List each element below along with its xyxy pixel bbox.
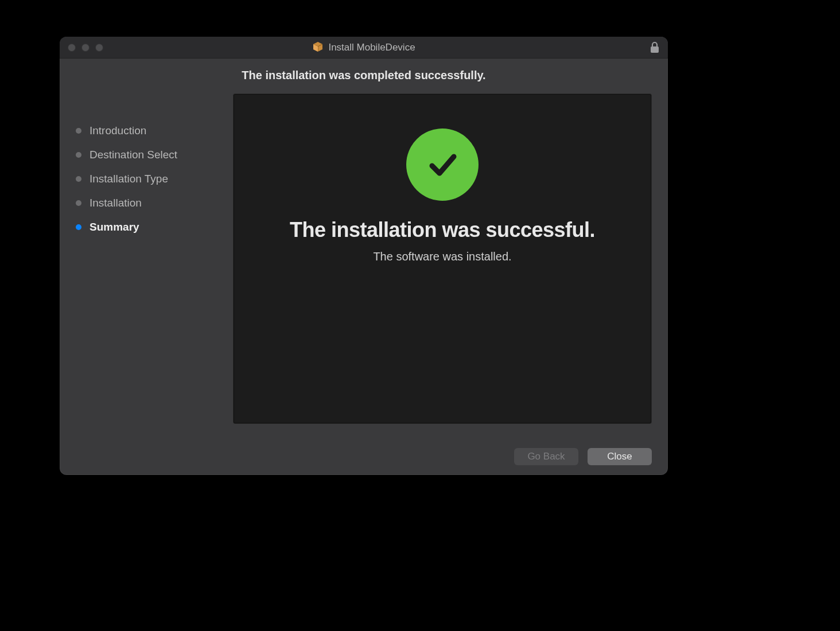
- step-label: Summary: [90, 221, 139, 233]
- button-label: Go Back: [527, 451, 565, 462]
- svg-rect-0: [651, 46, 659, 53]
- lock-icon[interactable]: [650, 41, 660, 56]
- success-check-icon: [406, 128, 479, 201]
- button-row: Go Back Close: [60, 438, 668, 475]
- bullet-icon: [76, 176, 81, 182]
- bullet-icon: [76, 200, 81, 206]
- go-back-button: Go Back: [514, 448, 578, 465]
- step-installation: Installation: [76, 191, 233, 215]
- step-label: Destination Select: [90, 149, 177, 161]
- minimize-window-button[interactable]: [81, 44, 90, 52]
- step-installation-type: Installation Type: [76, 167, 233, 191]
- close-button[interactable]: Close: [588, 448, 652, 465]
- bullet-icon: [76, 128, 81, 134]
- titlebar: Install MobileDevice: [60, 37, 668, 59]
- bullet-icon: [76, 152, 81, 158]
- success-subtitle: The software was installed.: [373, 250, 511, 263]
- step-introduction: Introduction: [76, 119, 233, 143]
- button-label: Close: [607, 451, 632, 462]
- page-heading: The installation was completed successfu…: [242, 69, 485, 81]
- zoom-window-button[interactable]: [95, 44, 103, 52]
- installer-window: Install MobileDevice The installation wa…: [60, 37, 668, 475]
- package-icon: [312, 41, 324, 54]
- step-label: Installation Type: [90, 173, 168, 185]
- page-heading-row: The installation was completed successfu…: [60, 59, 668, 84]
- step-destination-select: Destination Select: [76, 143, 233, 167]
- content-pane: The installation was successful. The sof…: [233, 94, 652, 424]
- step-label: Introduction: [90, 124, 146, 137]
- close-window-button[interactable]: [68, 44, 76, 52]
- window-title: Install MobileDevice: [328, 42, 415, 53]
- window-controls: [60, 44, 103, 52]
- step-summary: Summary: [76, 215, 233, 239]
- steps-sidebar: Introduction Destination Select Installa…: [65, 94, 233, 438]
- step-label: Installation: [90, 197, 142, 209]
- success-title: The installation was successful.: [290, 218, 595, 242]
- bullet-icon: [76, 224, 81, 230]
